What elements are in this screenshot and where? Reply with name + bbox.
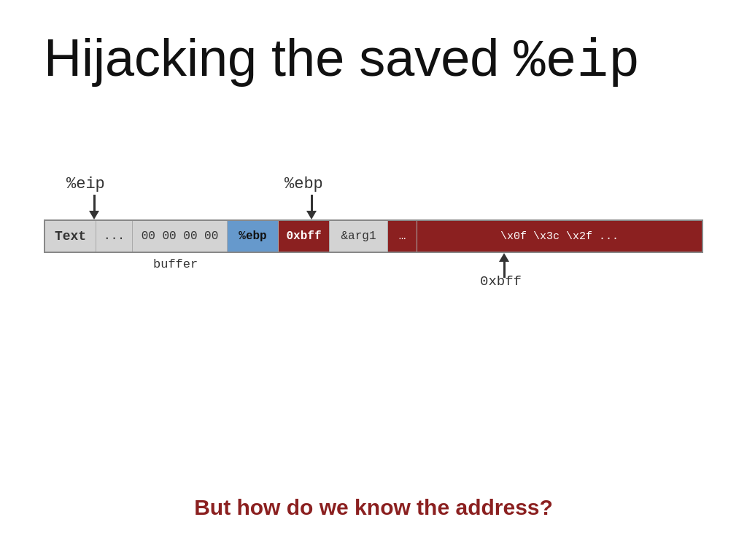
cell-ellipsis: … xyxy=(388,221,417,252)
title-text: Hijacking the saved xyxy=(44,28,514,87)
arrow-head-ebp xyxy=(306,211,317,219)
cell-shellcode: \x0f \x3c \x2f ... xyxy=(417,221,702,252)
label-buffer: buffer xyxy=(153,257,198,271)
arrow-shaft-eip xyxy=(93,195,96,211)
arrow-eip xyxy=(89,195,99,219)
cell-text: Text xyxy=(45,221,96,252)
labels-row: %eip %ebp xyxy=(44,135,703,193)
label-ebp: %ebp xyxy=(285,175,323,193)
arrows-row xyxy=(44,193,703,219)
title-mono: %eip xyxy=(514,32,640,92)
cell-0xbff: 0xbff xyxy=(279,221,330,252)
arrow-ebp xyxy=(306,195,317,219)
slide: Hijacking the saved %eip %eip %ebp Text xyxy=(0,0,747,560)
slide-title: Hijacking the saved %eip xyxy=(44,29,703,91)
arrow-head-eip xyxy=(89,211,99,219)
bottom-question: But how do we know the address? xyxy=(0,495,747,520)
cell-zeros: 00 00 00 00 xyxy=(133,221,228,252)
below-row: buffer 0xbff xyxy=(44,253,703,297)
arrow-up-head xyxy=(499,253,509,262)
arrow-shaft-ebp xyxy=(311,195,313,211)
cell-arg1: &arg1 xyxy=(330,221,388,252)
cell-dots: ... xyxy=(96,221,133,252)
diagram-area: %eip %ebp Text ... 00 00 00 00 xyxy=(44,135,703,297)
label-0xbff-below: 0xbff xyxy=(480,273,522,289)
label-eip: %eip xyxy=(66,175,105,193)
cell-ebp: %ebp xyxy=(228,221,279,252)
memory-bar: Text ... 00 00 00 00 %ebp 0xbff &arg1 … … xyxy=(44,219,703,253)
